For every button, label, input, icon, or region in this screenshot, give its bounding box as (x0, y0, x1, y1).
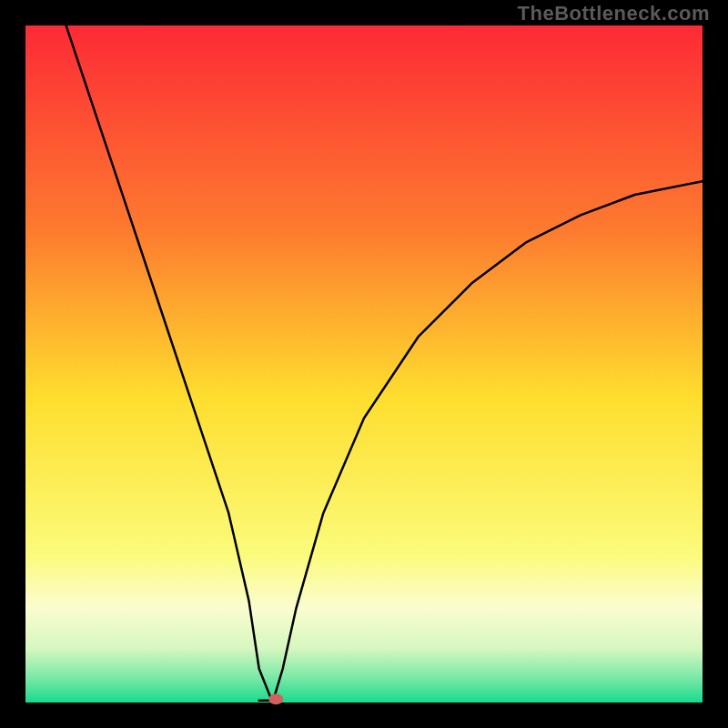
minimum-marker (268, 693, 283, 704)
plot-background (25, 25, 703, 703)
chart-frame: TheBottleneck.com (0, 0, 728, 728)
bottleneck-chart (0, 0, 728, 728)
watermark-text: TheBottleneck.com (518, 2, 710, 25)
